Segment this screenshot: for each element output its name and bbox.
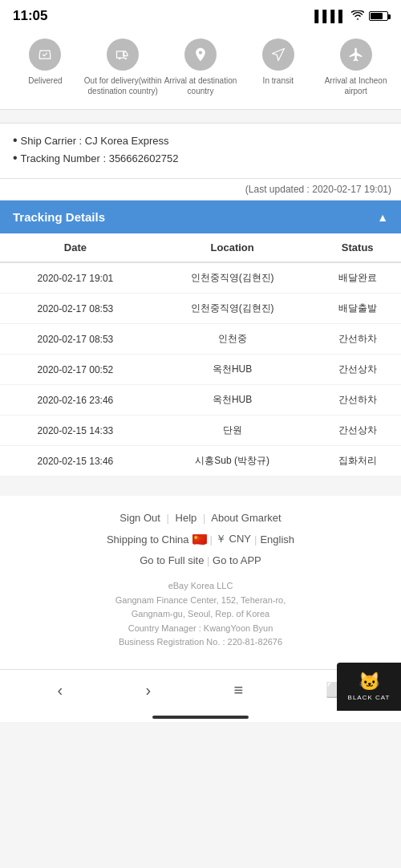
shipping-to-label: Shipping to China [107, 533, 189, 546]
row-location: 인천중 [151, 324, 314, 355]
tracking-details-title: Tracking Details [13, 210, 105, 224]
tracking-number-label: Tracking Number : 356662602752 [21, 152, 179, 164]
wifi-icon [351, 10, 364, 22]
step-airport: Arrival at Incheon airport [317, 39, 395, 96]
row-date: 2020-02-17 00:52 [0, 355, 151, 385]
step-arrival-dest: Arrival at destination country [162, 39, 240, 96]
address-line1: Gangnam Finance Center, 152, Teheran-ro, [13, 594, 388, 608]
table-row: 2020-02-15 13:46 시흥Sub (박창규) 집화처리 [0, 446, 401, 477]
svg-point-1 [125, 58, 128, 60]
company-name: eBay Korea LLC [13, 579, 388, 594]
row-date: 2020-02-17 08:53 [0, 294, 151, 324]
tracking-table: Date Location Status 2020-02-17 19:01 인천… [0, 233, 401, 477]
table-row: 2020-02-17 00:52 옥천HUB 간선상차 [0, 355, 401, 385]
footer-links: Sign Out | Help | About Gmarket [13, 512, 388, 524]
step-arrival-dest-label: Arrival at destination country [162, 75, 240, 96]
address-line2: Gangnam-gu, Seoul, Rep. of Korea [13, 607, 388, 622]
row-location: 인천중직영(김현진) [151, 294, 314, 324]
location-header: Location [151, 233, 314, 262]
row-location: 시흥Sub (박창규) [151, 446, 314, 477]
step-out-label: Out for delivery(within destination coun… [84, 75, 162, 96]
currency-label: ￥ CNY [216, 532, 251, 546]
black-cat-icon: 🐱 [358, 671, 380, 692]
signal-icon: ▌▌▌▌ [314, 10, 346, 22]
row-status: 간선하차 [314, 385, 401, 416]
biz-reg: Business Registration No. : 220-81-82676 [13, 635, 388, 650]
row-status: 집화처리 [314, 446, 401, 477]
menu-icon: ≡ [233, 681, 243, 700]
row-date: 2020-02-17 08:53 [0, 324, 151, 355]
footer-address: eBay Korea LLC Gangnam Finance Center, 1… [13, 579, 388, 650]
row-location: 옥천HUB [151, 385, 314, 416]
status-header: Status [314, 233, 401, 262]
step-out-for-delivery: Out for delivery(within destination coun… [84, 39, 162, 96]
step-delivered: Delivered [6, 39, 84, 86]
chevron-up-icon: ▲ [377, 211, 388, 224]
row-date: 2020-02-16 23:46 [0, 385, 151, 416]
battery-icon [369, 11, 388, 21]
row-status: 간선하차 [314, 324, 401, 355]
black-cat-logo[interactable]: 🐱 BLACK CAT [337, 663, 401, 711]
status-time: 11:05 [13, 8, 47, 24]
status-bar: 11:05 ▌▌▌▌ [0, 0, 401, 29]
forward-button[interactable]: › [133, 678, 164, 703]
row-location: 옥천HUB [151, 355, 314, 385]
svg-point-0 [119, 58, 121, 60]
carrier-label: Ship Carrier : CJ Korea Express [21, 135, 169, 147]
full-site-link[interactable]: Go to Full site [140, 554, 204, 566]
row-date: 2020-02-17 19:01 [0, 262, 151, 294]
row-status: 간선상차 [314, 355, 401, 385]
table-row: 2020-02-17 08:53 인천중직영(김현진) 배달출발 [0, 294, 401, 324]
help-link[interactable]: Help [176, 512, 197, 524]
row-date: 2020-02-15 13:46 [0, 446, 151, 477]
back-icon: ‹ [58, 681, 63, 700]
menu-button[interactable]: ≡ [221, 678, 256, 703]
home-indicator [0, 711, 401, 722]
row-location: 단원 [151, 416, 314, 446]
country-manager: Country Manager : KwangYoon Byun [13, 622, 388, 636]
row-status: 배달완료 [314, 262, 401, 294]
table-row: 2020-02-17 08:53 인천중 간선하차 [0, 324, 401, 355]
black-cat-text: BLACK CAT [348, 694, 391, 701]
footer-site-links: Go to Full site | Go to APP [13, 554, 388, 566]
tracking-number-row: Tracking Number : 356662602752 [13, 151, 388, 165]
about-gmarket-link[interactable]: About Gmarket [211, 512, 281, 524]
forward-icon: › [146, 681, 152, 700]
step-in-transit: In transit [239, 39, 317, 86]
row-date: 2020-02-15 14:33 [0, 416, 151, 446]
footer: Sign Out | Help | About Gmarket Shipping… [0, 489, 401, 669]
go-to-app-link[interactable]: Go to APP [213, 554, 261, 566]
back-button[interactable]: ‹ [45, 678, 76, 703]
sign-out-link[interactable]: Sign Out [119, 512, 160, 524]
step-in-transit-label: In transit [263, 75, 294, 86]
status-icons: ▌▌▌▌ [314, 10, 388, 22]
china-flag-icon: 🇨🇳 [192, 534, 207, 544]
step-airport-label: Arrival at Incheon airport [317, 75, 395, 96]
ship-info: Ship Carrier : CJ Korea Express Tracking… [0, 123, 401, 179]
table-row: 2020-02-16 23:46 옥천HUB 간선하차 [0, 385, 401, 416]
step-delivered-label: Delivered [28, 75, 62, 86]
last-updated: (Last updated : 2020-02-17 19:01) [0, 179, 401, 201]
row-status: 배달출발 [314, 294, 401, 324]
language-label: English [260, 533, 294, 546]
footer-shipping: Shipping to China 🇨🇳 | ￥ CNY | English [13, 532, 388, 546]
table-row: 2020-02-15 14:33 단원 간선상차 [0, 416, 401, 446]
home-bar [152, 716, 249, 719]
date-header: Date [0, 233, 151, 262]
table-row: 2020-02-17 19:01 인천중직영(김현진) 배달완료 [0, 262, 401, 294]
delivery-steps: Delivered Out for delivery(within destin… [0, 29, 401, 110]
divider-3: | [210, 533, 213, 546]
carrier-row: Ship Carrier : CJ Korea Express [13, 133, 388, 148]
row-location: 인천중직영(김현진) [151, 262, 314, 294]
table-header-row: Date Location Status [0, 233, 401, 262]
divider-4: | [254, 533, 257, 546]
row-status: 간선상차 [314, 416, 401, 446]
bottom-nav: ‹ › ≡ ⬜ 1 🐱 BLACK CAT [0, 669, 401, 711]
tracking-details-header[interactable]: Tracking Details ▲ [0, 201, 401, 233]
